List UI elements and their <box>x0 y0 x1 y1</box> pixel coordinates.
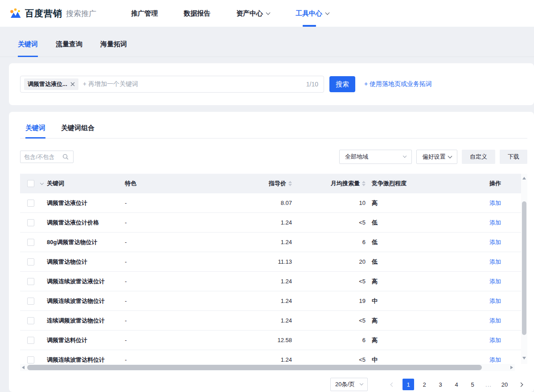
brand-title: 百度营销 <box>25 8 62 20</box>
keyword-cell: 调频雷达料位计 <box>47 336 125 344</box>
page-number[interactable]: 4 <box>451 379 462 390</box>
page-size-select[interactable]: 20条/页 <box>330 378 368 391</box>
table-row: 调频雷达料位计 - 12.58 6 高 添加 <box>20 331 521 350</box>
vertical-scrollbar[interactable] <box>521 174 527 364</box>
sort-icon[interactable] <box>362 181 366 186</box>
table-header-row: 关键词 特色 指导价 月均搜索量 竞争激烈程度 操作 <box>20 174 521 193</box>
page-number[interactable]: 3 <box>435 379 446 390</box>
feature-cell: - <box>125 219 250 226</box>
chevron-down-icon <box>403 154 407 158</box>
add-keyword-link[interactable]: 添加 <box>489 258 501 266</box>
add-keyword-link[interactable]: 添加 <box>489 356 501 364</box>
tab-keywords[interactable]: 关键词 <box>18 40 38 57</box>
main-nav: 推广管理 数据报告 资产中心 工具中心 <box>131 0 329 27</box>
search-button[interactable]: 搜索 <box>329 76 355 92</box>
selection-dropdown-chevron-icon[interactable] <box>40 181 44 184</box>
row-checkbox[interactable] <box>27 219 34 226</box>
price-cell: 1.24 <box>250 239 292 245</box>
horizontal-scrollbar-thumb[interactable] <box>27 365 482 370</box>
price-cell: 1.24 <box>250 298 292 304</box>
row-checkbox[interactable] <box>27 239 34 246</box>
add-keyword-link[interactable]: 添加 <box>489 297 501 305</box>
brand-subtitle: 搜索推广 <box>66 8 96 19</box>
filter-text-input[interactable] <box>24 154 60 160</box>
previous-page-button[interactable] <box>386 379 398 390</box>
scroll-down-arrow-icon[interactable] <box>522 357 526 359</box>
keyword-cell: 调频连续波雷达液位计 <box>47 278 125 286</box>
page-number[interactable]: 2 <box>419 379 430 390</box>
feature-cell: - <box>125 200 250 206</box>
add-keyword-link[interactable]: 添加 <box>489 336 501 344</box>
table-row: 调频连续波雷达物位计 - 1.24 19 中 添加 <box>20 291 521 311</box>
price-cell: 1.24 <box>250 219 292 226</box>
price-cell: 11.13 <box>250 258 292 265</box>
include-exclude-filter[interactable] <box>20 151 74 163</box>
keyword-cell: 调频连续波雷达料位计 <box>47 356 125 364</box>
add-keyword-link[interactable]: 添加 <box>489 278 501 286</box>
table-row: 调频雷达物位计 - 11.13 20 低 添加 <box>20 252 521 272</box>
col-header-competition: 竞争激烈程度 <box>366 180 479 188</box>
scroll-left-arrow-icon[interactable] <box>22 366 25 369</box>
competition-cell: 中 <box>366 297 479 305</box>
download-button[interactable]: 下载 <box>500 150 527 164</box>
keyword-tag-label: 调频雷达液位... <box>28 80 67 88</box>
feature-cell: - <box>125 239 250 245</box>
price-cell: 8.07 <box>250 200 292 206</box>
page-number[interactable]: ... <box>483 379 494 390</box>
nav-item-asset-center[interactable]: 资产中心 <box>236 0 270 27</box>
scroll-right-arrow-icon[interactable] <box>510 366 513 369</box>
nav-item-data-report[interactable]: 数据报告 <box>184 0 210 27</box>
select-all-checkbox[interactable] <box>27 180 34 187</box>
chevron-down-icon <box>360 382 363 385</box>
close-icon[interactable] <box>70 82 75 86</box>
row-checkbox[interactable] <box>27 200 34 207</box>
row-checkbox[interactable] <box>27 356 34 363</box>
landing-page-expand-link[interactable]: + 使用落地页或业务拓词 <box>364 80 432 88</box>
keyword-input[interactable]: 调频雷达液位... + 再增加一个关键词 1/10 <box>20 76 324 93</box>
row-checkbox[interactable] <box>27 337 34 344</box>
tab-mass-keyword-expansion[interactable]: 海量拓词 <box>100 40 127 57</box>
preference-settings-button[interactable]: 偏好设置 <box>416 150 457 164</box>
volume-cell: 19 <box>292 298 366 304</box>
row-checkbox[interactable] <box>27 317 34 324</box>
row-checkbox[interactable] <box>27 278 34 285</box>
vertical-scrollbar-thumb[interactable] <box>522 201 526 335</box>
customize-button[interactable]: 自定义 <box>462 150 495 164</box>
nav-item-tool-center[interactable]: 工具中心 <box>296 0 329 27</box>
volume-cell: 20 <box>292 258 366 265</box>
add-keyword-link[interactable]: 添加 <box>489 219 501 227</box>
price-cell: 12.58 <box>250 337 292 343</box>
nav-item-promotion-management[interactable]: 推广管理 <box>131 0 158 27</box>
tab-result-keywords[interactable]: 关键词 <box>25 124 45 138</box>
horizontal-scrollbar[interactable] <box>20 364 515 371</box>
page-tabs: 关键词 流量查询 海量拓词 <box>0 27 534 57</box>
next-page-button[interactable] <box>515 379 526 390</box>
volume-cell: 10 <box>292 200 366 206</box>
keyword-input-placeholder: + 再增加一个关键词 <box>83 80 306 88</box>
row-checkbox[interactable] <box>27 298 34 305</box>
keyword-cell: 调频连续波雷达物位计 <box>47 297 125 305</box>
competition-cell: 低 <box>366 238 479 246</box>
tab-result-keyword-combos[interactable]: 关键词组合 <box>61 124 94 138</box>
page-number[interactable]: 1 <box>403 379 414 390</box>
sort-icon[interactable] <box>288 181 292 186</box>
search-icon[interactable] <box>62 154 69 160</box>
row-checkbox[interactable] <box>27 258 34 265</box>
page-number[interactable]: 5 <box>467 379 478 390</box>
table-row: 调频雷达液位计 - 8.07 10 高 添加 <box>20 193 521 213</box>
add-keyword-link[interactable]: 添加 <box>489 199 501 207</box>
competition-cell: 低 <box>366 258 479 266</box>
keyword-tag: 调频雷达液位... <box>24 78 78 90</box>
chevron-down-icon <box>448 154 452 158</box>
add-keyword-link[interactable]: 添加 <box>489 238 501 246</box>
region-select[interactable]: 全部地域 <box>339 150 412 164</box>
add-keyword-link[interactable]: 添加 <box>489 317 501 325</box>
page-number[interactable]: 20 <box>499 379 510 390</box>
competition-cell: 高 <box>366 336 479 344</box>
tab-traffic-query[interactable]: 流量查询 <box>56 40 82 57</box>
chevron-left-icon <box>390 382 394 387</box>
table-row: 80g调频雷达物位计 - 1.24 6 低 添加 <box>20 233 521 252</box>
scroll-up-arrow-icon[interactable] <box>522 177 526 180</box>
feature-cell: - <box>125 356 250 363</box>
col-header-action: 操作 <box>479 180 521 188</box>
